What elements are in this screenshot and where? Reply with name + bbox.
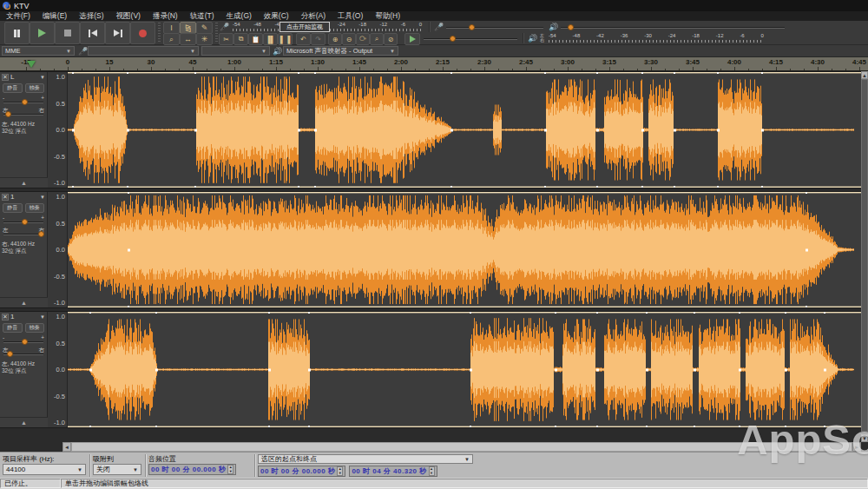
track-menu-arrow-icon[interactable]: ▼ [40, 75, 45, 80]
envelope-tool-button[interactable]: ⧎ [180, 22, 196, 34]
mute-button[interactable]: 静音 [3, 83, 23, 93]
scroll-up-arrow[interactable]: ▲ [861, 71, 868, 79]
track-control-panel[interactable]: ✕1▼静音独奏-+左右左, 44100 Hz32位 浮点▲ [0, 312, 48, 427]
menu-item-分析[interactable]: 分析(A) [295, 11, 332, 22]
snap-to-select[interactable]: 关闭▼ [93, 464, 141, 475]
menu-item-轨道[interactable]: 轨道(T) [184, 11, 220, 22]
waveform-canvas[interactable] [68, 192, 862, 307]
multi-tool-button[interactable]: ✳ [196, 33, 213, 45]
playback-volume-thumb[interactable] [568, 24, 574, 30]
selection-end-field[interactable]: 00 时 04 分 40.320 秒 ▲▼ [349, 466, 437, 477]
selection-tool-button[interactable]: I [163, 22, 180, 34]
vertical-scrollbar[interactable]: ▲ ▼ [861, 71, 868, 442]
track-close-button[interactable]: ✕ [2, 194, 9, 201]
silence-audio-button[interactable]: ▌▐ [278, 33, 293, 45]
zoom-toggle-button[interactable]: ⊘ [384, 33, 398, 45]
menu-item-文件[interactable]: 文件(F) [0, 11, 36, 22]
solo-button[interactable]: 独奏 [25, 83, 45, 93]
copy-button[interactable]: ⧉ [233, 33, 248, 45]
playback-volume-slider[interactable] [561, 27, 785, 29]
cut-button[interactable]: ✂ [219, 33, 233, 45]
recording-channels-select[interactable]: ▼ [201, 46, 270, 56]
solo-button[interactable]: 独奏 [25, 323, 45, 333]
time-shift-tool-button[interactable]: ↔ [180, 33, 196, 45]
mute-button[interactable]: 静音 [3, 323, 23, 333]
pan-slider[interactable]: 左右 [3, 347, 44, 358]
audacity-logo-icon [3, 2, 10, 10]
play-speed-thumb[interactable] [450, 36, 456, 42]
redo-button[interactable]: ↷ [311, 33, 326, 45]
mute-button[interactable]: 静音 [3, 203, 23, 213]
menu-item-效果[interactable]: 效果(C) [258, 11, 295, 22]
pinned-playhead-icon[interactable] [27, 61, 36, 68]
pan-slider[interactable]: 左右 [3, 107, 44, 118]
zoom-tool-button[interactable]: ⌕ [163, 33, 180, 45]
selection-start-field[interactable]: 00 时 00 分 00.000 秒 ▲▼ [258, 466, 345, 477]
zoom-out-button[interactable]: ⊖ [342, 33, 356, 45]
menu-item-选择[interactable]: 选择(S) [73, 11, 109, 22]
pan-slider-thumb[interactable] [5, 111, 11, 117]
trim-audio-button[interactable]: ▐▌ [263, 33, 278, 45]
pause-button[interactable] [4, 22, 30, 44]
undo-button[interactable]: ↶ [296, 33, 311, 45]
paste-button[interactable]: 📋 [248, 33, 263, 45]
selection-mode-select[interactable]: 选区的起点和终点▼ [258, 454, 473, 464]
stop-button[interactable] [55, 22, 80, 44]
menu-item-编辑[interactable]: 编辑(E) [36, 11, 73, 22]
zoom-in-button[interactable]: ⊕ [328, 33, 342, 45]
track-control-panel[interactable]: ✕L▼静音独奏-+左右左, 44100 Hz32位 浮点▲ [0, 72, 48, 188]
playback-device-select[interactable]: Microsoft 声音映射器 - Output▼ [283, 46, 398, 56]
record-button[interactable] [130, 22, 155, 44]
pan-slider-thumb[interactable] [7, 351, 13, 357]
draw-tool-button[interactable]: ✎ [196, 22, 213, 34]
gain-slider[interactable]: -+ [3, 334, 44, 346]
gain-slider[interactable]: -+ [3, 215, 44, 226]
pan-slider-thumb[interactable] [38, 231, 44, 237]
gain-slider-thumb[interactable] [22, 339, 28, 345]
horizontal-scroll-thumb[interactable] [71, 442, 852, 452]
scroll-left-arrow[interactable]: ◄ [62, 442, 71, 452]
gain-slider[interactable]: -+ [3, 95, 44, 106]
playback-meter-scale[interactable]: -54-48-42-36-30-24-18-12-60 [549, 33, 764, 38]
menu-item-帮助[interactable]: 帮助(H) [369, 11, 406, 22]
waveform-canvas[interactable] [68, 312, 862, 427]
audio-position-field[interactable]: 00 时 00 分 00.000 秒 ▲▼ [148, 464, 236, 475]
timeline-ruler[interactable]: -1501530451:001:151:301:452:002:152:302:… [0, 57, 868, 71]
waveform-display[interactable] [68, 192, 862, 307]
gain-slider-thumb[interactable] [22, 219, 28, 225]
track-close-button[interactable]: ✕ [2, 74, 9, 81]
track-menu-arrow-icon[interactable]: ▼ [40, 314, 45, 320]
menu-item-工具[interactable]: 工具(O) [332, 11, 369, 22]
play-speed-slider[interactable] [424, 38, 517, 40]
menu-item-播录[interactable]: 播录(N) [147, 11, 184, 22]
skip-to-end-button[interactable] [105, 22, 130, 44]
pan-slider[interactable]: 左右 [3, 227, 44, 238]
track-control-panel[interactable]: ✕1▼静音独奏-+左右右, 44100 Hz32位 浮点▲ [0, 192, 48, 307]
vertical-scroll-thumb[interactable] [861, 79, 868, 432]
zoom-default-button[interactable]: ⌕ [370, 33, 384, 45]
track-menu-arrow-icon[interactable]: ▼ [40, 195, 45, 200]
solo-button[interactable]: 独奏 [25, 203, 45, 213]
menu-item-生成[interactable]: 生成(G) [220, 11, 258, 22]
waveform-canvas[interactable] [68, 72, 862, 188]
track-collapse-button[interactable]: ▲ [0, 297, 48, 307]
track-close-button[interactable]: ✕ [2, 314, 9, 320]
play-at-speed-button[interactable] [404, 33, 420, 45]
project-rate-select[interactable]: 44100▼ [3, 464, 86, 475]
recording-device-select[interactable]: ▼ [88, 46, 199, 56]
gain-slider-thumb[interactable] [22, 99, 28, 105]
recording-volume-slider[interactable] [446, 27, 543, 29]
menu-item-视图[interactable]: 视图(V) [110, 11, 147, 22]
track-collapse-button[interactable]: ▲ [0, 417, 48, 427]
skip-to-start-button[interactable] [80, 22, 105, 44]
waveform-display[interactable] [68, 312, 862, 427]
play-button[interactable] [30, 22, 55, 44]
zoom-to-selection-button[interactable]: ⧂ [356, 33, 370, 45]
audio-host-select[interactable]: MME▼ [2, 46, 75, 56]
record-meter-mic-icon[interactable]: 🎤 [220, 23, 229, 31]
recording-volume-thumb[interactable] [469, 24, 475, 30]
playback-meter-speaker-icon[interactable]: 🔊 [528, 34, 537, 43]
track-collapse-button[interactable]: ▲ [0, 177, 48, 188]
waveform-display[interactable] [68, 72, 862, 188]
record-meter-monitor-tooltip[interactable]: 点击开始监视 [279, 22, 330, 32]
